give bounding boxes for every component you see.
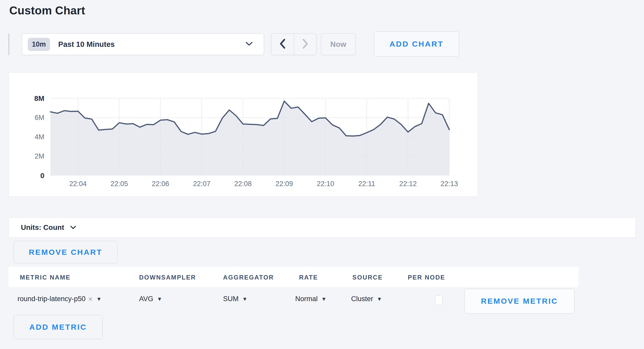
aggregator-value: SUM bbox=[223, 295, 239, 303]
rate-select[interactable]: Normal ▼ bbox=[295, 295, 327, 303]
now-button[interactable]: Now bbox=[321, 33, 356, 55]
svg-text:22:11: 22:11 bbox=[358, 180, 375, 188]
svg-text:22:05: 22:05 bbox=[111, 180, 128, 188]
time-next-button[interactable] bbox=[294, 34, 316, 55]
time-pager bbox=[271, 33, 317, 55]
remove-metric-button[interactable]: REMOVE METRIC bbox=[464, 289, 574, 313]
units-bar: Units: Count bbox=[9, 217, 636, 238]
metrics-table-header: METRIC NAME DOWNSAMPLER AGGREGATOR RATE … bbox=[9, 267, 578, 287]
svg-text:22:09: 22:09 bbox=[276, 180, 293, 188]
chevron-right-icon bbox=[301, 38, 309, 50]
svg-text:22:13: 22:13 bbox=[440, 180, 458, 188]
downsampler-select[interactable]: AVG ▼ bbox=[139, 295, 162, 303]
time-range-label: Past 10 Minutes bbox=[58, 40, 115, 49]
svg-text:4M: 4M bbox=[35, 133, 44, 141]
aggregator-select[interactable]: SUM ▼ bbox=[223, 295, 248, 303]
time-range-badge: 10m bbox=[28, 38, 50, 51]
metric-name-select[interactable]: round-trip-latency-p50 × ▼ bbox=[18, 295, 101, 303]
source-value: Cluster bbox=[351, 295, 373, 303]
time-range-dropdown[interactable]: 10m Past 10 Minutes bbox=[22, 33, 264, 55]
caret-down-icon: ▼ bbox=[377, 296, 382, 302]
add-metric-button[interactable]: ADD METRIC bbox=[14, 315, 103, 339]
add-chart-button[interactable]: ADD CHART bbox=[374, 31, 459, 57]
svg-text:22:08: 22:08 bbox=[234, 180, 252, 188]
page-title: Custom Chart bbox=[9, 4, 85, 17]
latency-chart[interactable]: 02M4M6M8M22:0422:0522:0622:0722:0822:092… bbox=[9, 73, 478, 197]
svg-text:22:10: 22:10 bbox=[317, 180, 334, 188]
col-header-per-node: PER NODE bbox=[408, 274, 445, 281]
metric-name-value: round-trip-latency-p50 bbox=[18, 295, 86, 303]
col-header-metric-name: METRIC NAME bbox=[20, 274, 71, 281]
svg-text:22:07: 22:07 bbox=[193, 180, 210, 188]
chevron-left-icon bbox=[279, 38, 286, 50]
col-header-aggregator: AGGREGATOR bbox=[223, 274, 274, 281]
svg-text:22:04: 22:04 bbox=[69, 180, 87, 188]
time-prev-button[interactable] bbox=[271, 34, 294, 55]
svg-text:8M: 8M bbox=[34, 94, 44, 102]
rate-value: Normal bbox=[295, 295, 318, 303]
svg-text:22:06: 22:06 bbox=[152, 180, 169, 188]
remove-chart-button[interactable]: REMOVE CHART bbox=[14, 241, 117, 263]
units-dropdown[interactable]: Units: Count bbox=[21, 223, 77, 232]
col-header-source: SOURCE bbox=[352, 274, 383, 281]
svg-text:2M: 2M bbox=[35, 152, 44, 160]
units-label: Units: Count bbox=[21, 223, 64, 232]
toolbar-accent-rule bbox=[9, 33, 9, 55]
caret-down-icon: ▼ bbox=[157, 296, 162, 302]
chevron-down-icon bbox=[70, 223, 77, 232]
caret-down-icon: ▼ bbox=[96, 296, 102, 302]
clear-metric-icon[interactable]: × bbox=[88, 295, 93, 303]
col-header-rate: RATE bbox=[299, 274, 318, 281]
col-header-downsampler: DOWNSAMPLER bbox=[139, 274, 196, 281]
caret-down-icon: ▼ bbox=[321, 296, 327, 302]
chart-card: 02M4M6M8M22:0422:0522:0622:0722:0822:092… bbox=[9, 72, 478, 197]
svg-text:0: 0 bbox=[40, 172, 44, 180]
downsampler-value: AVG bbox=[139, 295, 153, 303]
svg-text:6M: 6M bbox=[35, 114, 44, 121]
caret-down-icon: ▼ bbox=[242, 296, 248, 302]
custom-chart-page: Custom Chart 10m Past 10 Minutes Now ADD… bbox=[0, 0, 644, 349]
source-select[interactable]: Cluster ▼ bbox=[351, 295, 382, 303]
svg-text:22:12: 22:12 bbox=[399, 180, 417, 188]
chevron-down-icon bbox=[245, 41, 253, 48]
per-node-checkbox[interactable] bbox=[435, 295, 443, 305]
